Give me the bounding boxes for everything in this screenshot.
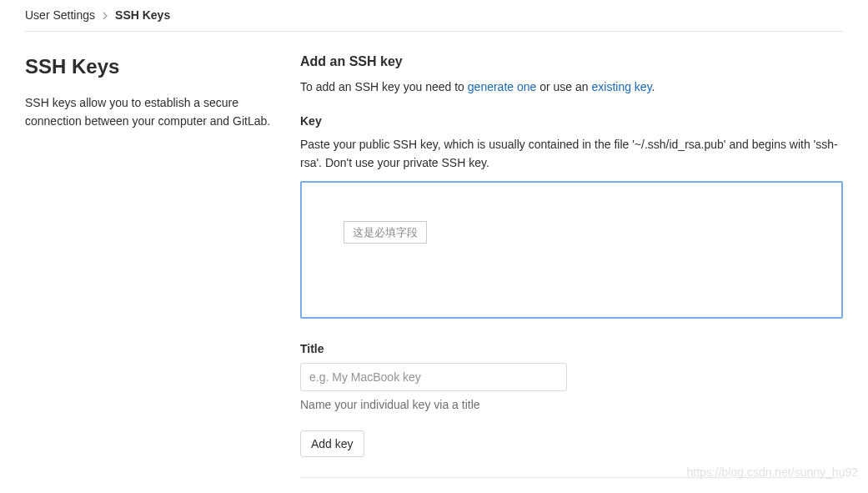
intro-text-prefix: To add an SSH key you need to [300, 80, 468, 93]
breadcrumb-current: SSH Keys [115, 7, 170, 24]
title-help-text: Name your individual key via a title [300, 396, 843, 414]
page-description: SSH keys allow you to establish a secure… [25, 93, 283, 131]
add-key-button[interactable]: Add key [300, 430, 364, 457]
key-description: Paste your public SSH key, which is usua… [300, 135, 843, 173]
key-label: Key [300, 113, 843, 130]
intro-text-mid: or use an [536, 80, 591, 93]
section-divider [300, 477, 843, 478]
add-key-heading: Add an SSH key [300, 52, 843, 72]
existing-key-link[interactable]: existing key [592, 80, 652, 93]
chevron-right-icon [102, 8, 108, 23]
title-label: Title [300, 340, 843, 358]
generate-one-link[interactable]: generate one [468, 80, 537, 93]
page-title: SSH Keys [25, 52, 283, 82]
breadcrumb-parent-link[interactable]: User Settings [25, 7, 95, 24]
breadcrumb: User Settings SSH Keys [25, 0, 843, 32]
intro-text-suffix: . [652, 80, 655, 93]
add-key-intro: To add an SSH key you need to generate o… [300, 78, 843, 96]
key-textarea[interactable] [300, 181, 843, 319]
title-input[interactable] [300, 363, 567, 391]
